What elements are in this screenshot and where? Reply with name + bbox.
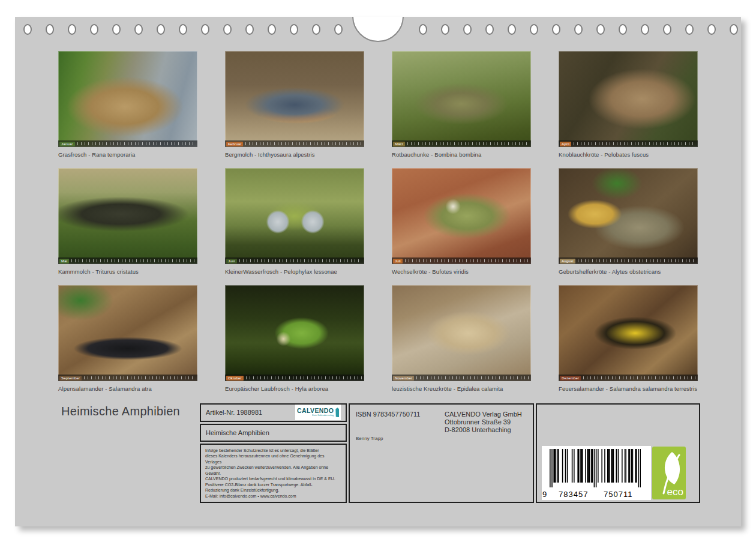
calendar-month-thumbnail: Oktober Europäischer Laubfrosch - Hyla a… [225,285,364,393]
binding-hole [530,24,538,35]
month-date-strip: Januar [58,140,197,147]
binding-hole [134,24,143,35]
month-date-strip: September [58,375,197,381]
calendar-month-thumbnail: Juli Wechselkröte - Bufotes viridis [392,168,531,276]
thumbnail-caption: Rotbauchunke - Bombina bombina [392,151,531,158]
month-date-strip: Oktober [225,375,364,381]
binding-hole [508,24,516,35]
month-date-strip: August [559,257,698,264]
ean-barcode-bars [548,449,644,489]
date-ticks [416,376,529,379]
calvendo-logo: CALVENDO Dein Kalenderverlag [295,405,341,420]
barcode-panel: 9 783457 750711 eco [536,403,700,503]
month-label: April [560,142,571,146]
publisher-box: ISBN 9783457750711 CALVENDO Verlag GmbH … [349,403,534,503]
date-ticks [246,376,362,379]
thumbnail-caption: Grasfrosch - Rana temporaria [58,151,197,158]
month-photo: April [559,51,698,147]
binding-hole [485,24,494,35]
calendar-month-thumbnail: März Rotbauchunke - Bombina bombina [392,51,531,158]
month-date-strip: März [392,140,531,147]
ean-digit-group: 9 [542,490,547,499]
ean-digit-group: 783457 [559,490,588,499]
calendar-month-thumbnail: August Geburtshelferkröte - Alytes obste… [559,168,698,276]
month-label: Juni [226,259,237,263]
binding-hole [68,24,76,35]
binding-hole [596,24,605,35]
date-ticks [407,142,529,145]
calvendo-logo-text: CALVENDO Dein Kalenderverlag [297,408,334,417]
month-photo: Juli [392,168,531,264]
legal-text: Infolge bestehender Schutzrechte ist es … [205,448,341,499]
ean-barcode: 9 783457 750711 [542,446,651,500]
binding-hole [290,24,298,35]
date-ticks [583,376,695,379]
month-date-strip: Juni [225,257,364,264]
month-label: August [560,259,575,263]
binding-hole [268,24,276,35]
thumbnail-caption: Bergmolch - Ichthyosaura alpestris [225,151,364,158]
month-photo: August [559,168,698,264]
binding-hole [663,24,671,35]
binding-hole [685,24,694,35]
calendar-month-thumbnail: April Knoblauchkröte - Pelobates fuscus [559,51,698,158]
binding-hole [112,24,121,35]
calendar-title-box: Heimische Amphibien [200,424,347,442]
month-label: Dezember [560,376,581,381]
month-label: Januar [59,142,75,146]
date-ticks [405,259,529,262]
isbn: ISBN 9783457750711 [356,411,420,418]
article-number: Artikel-Nr. 1988981 [206,409,295,416]
calvendo-calendar-icon [335,408,339,417]
month-photo: Dezember [559,285,698,381]
ean-digit-group: 750711 [604,490,632,499]
eco-logo: eco [652,447,686,499]
calendar-month-thumbnail: Mai Kammmolch - Triturus cristatus [58,168,197,276]
binding-hole [46,24,54,35]
month-date-strip: Dezember [559,375,698,381]
calendar-month-thumbnail: November leuzistische Kreuzkröte - Epida… [392,285,531,393]
thumbnail-caption: Knoblauchkröte - Pelobates fuscus [559,151,698,158]
month-label: Mai [59,259,69,263]
binding-hole [463,24,472,35]
month-label: Februar [226,142,243,146]
page-title: Heimische Amphibien [61,405,180,418]
date-ticks [84,376,195,379]
month-photo: September [58,285,197,381]
eco-label: eco [667,486,683,498]
month-date-strip: November [392,375,531,381]
thumbnail-caption: Feuersalamander - Salamandra salamandra … [559,385,698,393]
info-left-column: Artikel-Nr. 1988981 CALVENDO Dein Kalend… [200,403,347,503]
hanging-notch [352,17,404,42]
month-photo: Februar [225,51,364,147]
article-number-box: Artikel-Nr. 1988981 CALVENDO Dein Kalend… [200,403,347,422]
thumbnail-caption: leuzistische Kreuzkröte - Epidalea calam… [392,385,531,393]
binding-hole [312,24,320,35]
month-photo: Mai [58,168,197,264]
binding-hole [419,24,427,35]
month-date-strip: Mai [58,257,197,264]
date-ticks [578,259,695,262]
legal-notice-box: Infolge bestehender Schutzrechte ist es … [200,444,347,504]
date-ticks [71,259,195,262]
month-photo: Oktober [225,285,364,381]
binding-hole [201,24,209,35]
month-label: September [59,376,82,381]
date-ticks [77,142,195,145]
binding-hole [179,24,187,35]
thumbnail-caption: Geburtshelferkröte - Alytes obstetricans [559,268,698,276]
binding-hole [245,24,254,35]
calendar-month-thumbnail: Januar Grasfrosch - Rana temporaria [58,51,197,158]
author-name: Benny Trapp [356,436,383,441]
thumbnail-caption: KleinerWasserfrosch - Pelophylax lessona… [225,268,364,276]
date-ticks [574,142,695,145]
binding-hole [730,24,738,35]
month-photo: Januar [58,51,197,147]
calendar-month-thumbnail: Juni KleinerWasserfrosch - Pelophylax le… [225,168,364,276]
month-label: Oktober [226,376,244,381]
thumbnail-caption: Kammmolch - Triturus cristatus [58,268,197,276]
month-photo: Juni [225,168,364,264]
month-date-strip: Juli [392,257,531,264]
calendar-month-thumbnail: September Alpensalamander - Salamandra a… [58,285,197,393]
binding-hole [641,24,649,35]
